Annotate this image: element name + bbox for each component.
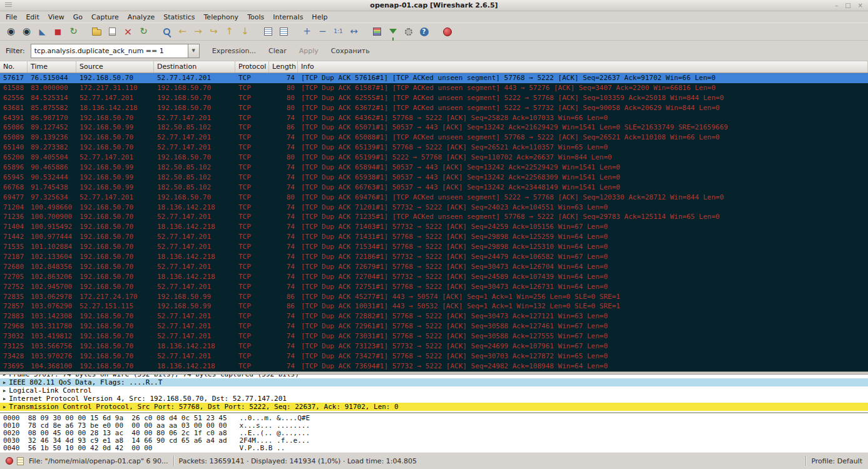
packet-row[interactable]: 72187102.133604192.168.50.7018.136.142.2… bbox=[0, 252, 868, 262]
packet-cell-protocol: TCP bbox=[235, 242, 269, 252]
file-save-button[interactable] bbox=[105, 24, 120, 39]
go-back-button[interactable]: ← bbox=[175, 24, 190, 39]
packet-row[interactable]: 72857103.07629052.27.151.115192.168.50.9… bbox=[0, 301, 868, 311]
capture-options-button[interactable]: ◉ bbox=[19, 24, 34, 39]
resize-columns-button[interactable]: ↔ bbox=[346, 24, 362, 39]
packet-row[interactable]: 72835103.062978172.217.24.170192.168.50.… bbox=[0, 292, 868, 302]
menu-internals[interactable]: Internals bbox=[268, 13, 307, 22]
packet-row[interactable]: 6514089.273382192.168.50.7052.77.147.201… bbox=[0, 143, 868, 153]
preferences-button[interactable] bbox=[401, 24, 416, 39]
menu-statistics[interactable]: Statistics bbox=[159, 13, 199, 22]
expander-icon[interactable] bbox=[3, 402, 6, 411]
packet-row[interactable]: 72705102.863206192.168.50.7018.136.142.2… bbox=[0, 272, 868, 282]
packet-row[interactable]: 6947797.32563452.77.147.201192.168.50.70… bbox=[0, 193, 868, 203]
packet-row[interactable]: 73125103.566756192.168.50.7018.136.142.2… bbox=[0, 341, 868, 351]
packet-row[interactable]: 6520089.40550452.77.147.201192.168.50.70… bbox=[0, 153, 868, 163]
packet-row[interactable]: 71442100.977444192.168.50.7052.77.147.20… bbox=[0, 232, 868, 242]
menu-view[interactable]: View bbox=[44, 13, 69, 22]
file-open-button[interactable] bbox=[89, 24, 105, 39]
packet-row[interactable]: 6589690.465886192.168.50.99182.50.85.102… bbox=[0, 163, 868, 173]
about-button[interactable] bbox=[439, 24, 455, 39]
capture-restart-button[interactable]: ↻ bbox=[66, 24, 81, 39]
reload-button[interactable]: ↻ bbox=[136, 24, 151, 39]
column-header-no[interactable]: No. bbox=[0, 61, 28, 73]
detail-row-llc[interactable]: Logical-Link Control bbox=[0, 386, 868, 395]
packet-cell-time: 102.133604 bbox=[28, 252, 76, 262]
help-button[interactable]: ? bbox=[416, 24, 432, 39]
column-header-info[interactable]: Info bbox=[298, 61, 868, 73]
menu-help[interactable]: Help bbox=[307, 13, 332, 22]
packet-row[interactable]: 72680102.848356192.168.50.7052.77.147.20… bbox=[0, 262, 868, 272]
status-file[interactable]: File: "/home/mial/openap-01.cap" 6 90... bbox=[29, 457, 168, 465]
column-header-time[interactable]: Time bbox=[28, 61, 76, 73]
auto-scroll-button[interactable] bbox=[276, 24, 292, 39]
find-button[interactable] bbox=[159, 24, 175, 39]
zoom-100-button[interactable]: 1:1 bbox=[330, 24, 346, 39]
go-bottom-button[interactable]: ↓ bbox=[237, 24, 253, 39]
menu-go[interactable]: Go bbox=[69, 13, 87, 22]
detail-row-ieee80211[interactable]: IEEE 802.11 QoS Data, Flags: ....R..T bbox=[0, 378, 868, 386]
filter-input[interactable] bbox=[31, 44, 188, 58]
minimize-button[interactable]: – bbox=[835, 3, 838, 9]
packet-row[interactable]: 71535101.102884192.168.50.7052.77.147.20… bbox=[0, 242, 868, 252]
go-forward-button[interactable]: → bbox=[190, 24, 206, 39]
packet-row[interactable]: 6255684.52531452.77.147.201192.168.50.70… bbox=[0, 93, 868, 103]
menu-edit[interactable]: Edit bbox=[21, 13, 43, 22]
file-close-button[interactable]: × bbox=[120, 24, 136, 39]
status-profile[interactable]: Profile: Default bbox=[811, 457, 862, 465]
display-filters-button[interactable] bbox=[385, 24, 401, 39]
packet-row[interactable]: 6594590.532444192.168.50.99182.50.85.102… bbox=[0, 173, 868, 183]
capture-start-button[interactable]: ◣ bbox=[34, 24, 50, 39]
interfaces-button[interactable]: ◉ bbox=[3, 24, 19, 39]
packet-row[interactable]: 6158883.000000172.217.31.110192.168.50.7… bbox=[0, 83, 868, 93]
save-filter-button[interactable]: Сохранить bbox=[331, 47, 370, 55]
window-menu-icon[interactable] bbox=[5, 3, 12, 8]
packet-row[interactable]: 72752102.945700192.168.50.7052.77.147.20… bbox=[0, 282, 868, 292]
go-top-button[interactable]: ↑ bbox=[222, 24, 237, 39]
packet-row[interactable]: 6676891.745438192.168.50.99182.50.85.102… bbox=[0, 183, 868, 193]
packet-row[interactable]: 71236100.700900192.168.50.7052.77.147.20… bbox=[0, 212, 868, 222]
packet-row[interactable]: 73695104.368100192.168.50.7018.136.142.2… bbox=[0, 361, 868, 371]
column-header-protocol[interactable]: Protocol bbox=[235, 61, 269, 73]
packet-row[interactable]: 73428103.970276192.168.50.7052.77.147.20… bbox=[0, 351, 868, 361]
menu-capture[interactable]: Capture bbox=[87, 13, 123, 22]
packet-row[interactable]: 71404100.915492192.168.50.7018.136.142.2… bbox=[0, 222, 868, 232]
file-properties-icon[interactable] bbox=[17, 457, 24, 465]
packet-row[interactable]: 71204100.498660192.168.50.7018.136.142.2… bbox=[0, 203, 868, 213]
packet-row[interactable]: 72968103.311780192.168.50.7052.77.147.20… bbox=[0, 321, 868, 331]
menu-analyze[interactable]: Analyze bbox=[123, 13, 159, 22]
packet-row[interactable]: 6508989.139236192.168.50.7052.77.147.201… bbox=[0, 133, 868, 143]
packet-row[interactable]: 6508689.127452192.168.50.99182.50.85.102… bbox=[0, 123, 868, 133]
packet-row[interactable]: 5761776.515044192.168.50.7052.77.147.201… bbox=[0, 73, 868, 83]
packet-row[interactable]: 6439186.987170192.168.50.7052.77.147.201… bbox=[0, 113, 868, 123]
expert-info-icon[interactable] bbox=[6, 457, 13, 465]
packet-cell-time: 103.970276 bbox=[28, 351, 76, 361]
filter-dropdown-button[interactable] bbox=[188, 44, 200, 58]
detail-row-tcp[interactable]: Transmission Control Protocol, Src Port:… bbox=[0, 403, 868, 411]
filter-label[interactable]: Filter: bbox=[6, 47, 25, 55]
menu-file[interactable]: File bbox=[1, 13, 21, 22]
detail-row-ipv4[interactable]: Internet Protocol Version 4, Src: 192.16… bbox=[0, 395, 868, 403]
close-button[interactable]: × bbox=[858, 3, 863, 9]
packet-cell-protocol: TCP bbox=[235, 341, 269, 351]
column-header-length[interactable]: Length bbox=[269, 61, 298, 73]
packet-row[interactable]: 72883103.142308192.168.50.7052.77.147.20… bbox=[0, 311, 868, 321]
packet-row[interactable]: 6368185.87558218.136.142.218192.168.50.7… bbox=[0, 103, 868, 113]
column-header-destination[interactable]: Destination bbox=[154, 61, 235, 73]
clear-button[interactable]: Clear bbox=[268, 47, 287, 55]
column-header-source[interactable]: Source bbox=[76, 61, 154, 73]
apply-button[interactable]: Apply bbox=[299, 47, 319, 55]
menu-tools[interactable]: Tools bbox=[243, 13, 268, 22]
maximize-button[interactable]: □ bbox=[845, 3, 850, 9]
zoom-out-button[interactable]: − bbox=[315, 24, 330, 39]
status-icons bbox=[6, 457, 24, 465]
zoom-in-button[interactable]: + bbox=[299, 24, 315, 39]
capture-stop-button[interactable]: ■ bbox=[50, 24, 66, 39]
coloring-rules-button[interactable] bbox=[369, 24, 385, 39]
packet-row[interactable]: 73032103.419812192.168.50.7052.77.147.20… bbox=[0, 331, 868, 341]
menu-telephony[interactable]: Telephony bbox=[200, 13, 243, 22]
go-to-packet-button[interactable]: ↪ bbox=[206, 24, 222, 39]
colorize-button[interactable] bbox=[260, 24, 276, 39]
expression-button[interactable]: Expression... bbox=[212, 47, 256, 55]
hex-line[interactable]: 0040 56 1b 50 10 00 42 0d 42 00 00 V.P..… bbox=[3, 445, 865, 452]
